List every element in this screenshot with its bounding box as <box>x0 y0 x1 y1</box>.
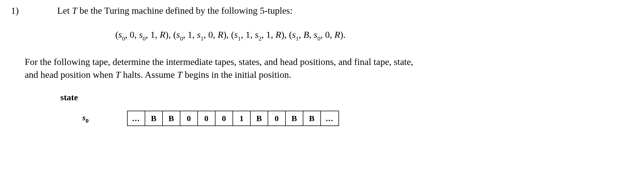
tape-cell: B <box>251 111 268 125</box>
body-line-2: and head position when T halts. Assume T… <box>25 68 633 81</box>
tape-cell: 0 <box>198 111 215 125</box>
tape-cell: B <box>163 111 180 125</box>
tape-cell: 0 <box>180 111 198 125</box>
tuple-2: (s0, 1, s1, 0, R), <box>173 30 231 40</box>
tuple-1: (s0, 0, s0, 1, R), <box>115 30 173 40</box>
tuple-4: (s1, B, s0, 0, R). <box>289 30 346 40</box>
tape-cell: B <box>145 111 163 125</box>
intro-prefix: Let <box>57 5 72 16</box>
intro-suffix: be the Turing machine defined by the fol… <box>77 5 293 16</box>
tape-cell: ... <box>321 111 338 125</box>
state-label: state <box>60 92 633 102</box>
tape-cell: 1 <box>233 111 251 125</box>
tape-row: s0 ... B B 0 0 0 1 B 0 B B ... <box>82 111 633 126</box>
tape: ... B B 0 0 0 1 B 0 B B ... <box>127 111 339 126</box>
body-text: For the following tape, determine the in… <box>25 55 633 81</box>
tuples-line: (s0, 0, s0, 1, R), (s0, 1, s1, 0, R), (s… <box>115 30 633 42</box>
tape-cell: B <box>286 111 303 125</box>
tape-cell: 0 <box>215 111 233 125</box>
problem-number: 1) <box>11 5 19 16</box>
body-line-1: For the following tape, determine the in… <box>25 55 633 69</box>
tape-cell: ... <box>128 111 145 125</box>
tape-cell: 0 <box>268 111 286 125</box>
intro-var: T <box>72 5 77 16</box>
problem-intro: Let T be the Turing machine defined by t… <box>57 5 292 16</box>
tuple-3: (s1, 1, s2, 1, R), <box>231 30 289 40</box>
state-name: s0 <box>82 113 89 124</box>
tape-cell: B <box>303 111 321 125</box>
problem-header: 1) Let T be the Turing machine defined b… <box>11 5 633 16</box>
